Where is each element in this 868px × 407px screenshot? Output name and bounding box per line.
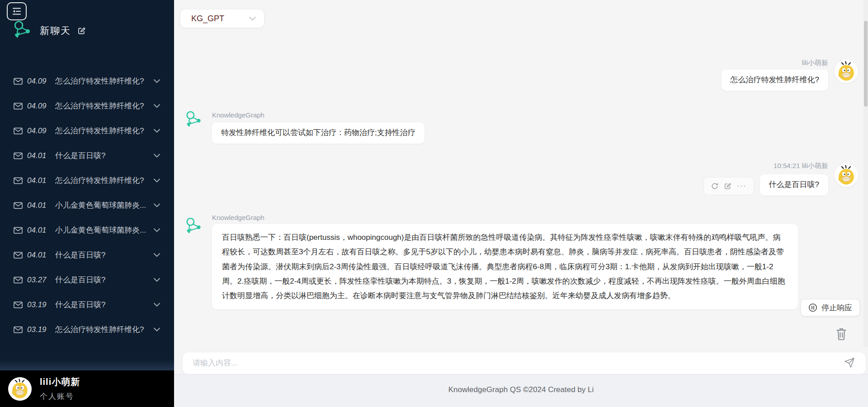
trash-icon — [835, 327, 848, 341]
message-actions-toolbar: ··· — [703, 177, 754, 195]
chevron-down-icon[interactable] — [153, 129, 160, 133]
chat-date: 04.09 — [27, 102, 51, 111]
chat-history-item[interactable]: 04.01 怎么治疗特发性肺纤维化? — [0, 168, 174, 193]
message-input[interactable] — [192, 352, 825, 374]
chat-title: 怎么治疗特发性肺纤维化? — [55, 175, 147, 186]
chat-title: 什么是百日咳? — [55, 150, 147, 161]
chat-history-item[interactable]: 04.09 怎么治疗特发性肺纤维化? — [0, 118, 174, 143]
sidebar-bottom-divider — [0, 359, 174, 370]
mail-icon — [14, 103, 23, 110]
user-panel[interactable]: lili小萌新 个人账号 — [0, 370, 174, 407]
chevron-down-icon[interactable] — [153, 104, 160, 108]
model-selector[interactable]: KG_GPT — [180, 9, 264, 28]
assistant-message-bubble: 百日咳熟悉一下：百日咳(pertussis，whoopingcough)是由百日… — [212, 224, 798, 309]
chevron-down-icon[interactable] — [153, 154, 160, 158]
new-chat-button[interactable]: 新聊天 — [12, 20, 86, 42]
chevron-down-icon[interactable] — [153, 79, 160, 83]
chat-date: 04.01 — [27, 176, 51, 185]
chat-title: 什么是百日咳? — [55, 275, 147, 285]
chat-main: KG_GPT lili小萌新 怎么治疗特发性肺纤维化? — [174, 0, 868, 407]
footer-text: KnowledgeGraph QS ©2024 Created by Li — [174, 385, 868, 394]
message-author: KnowledgeGraph — [212, 214, 264, 221]
clear-chat-button[interactable] — [834, 326, 849, 342]
new-chat-label: 新聊天 — [40, 24, 71, 37]
chat-date: 03.19 — [27, 300, 51, 309]
chat-scrollbar-thumb[interactable] — [864, 21, 868, 107]
chat-history-item[interactable]: 03.19 什么是百日咳? — [0, 292, 174, 317]
message-timestamp: 10:54:21 lili小萌新 — [774, 162, 828, 170]
chat-history-list: 04.09 怎么治疗特发性肺纤维化? 04.09 怎么治疗特发性肺纤维化? — [0, 69, 174, 342]
mail-icon — [14, 326, 23, 333]
app-root: 新聊天 04.09 怎么治疗特发性肺纤维化? — [0, 0, 868, 407]
chevron-down-icon[interactable] — [153, 303, 160, 307]
chat-date: 04.01 — [27, 226, 51, 235]
chevron-down-icon[interactable] — [153, 278, 160, 282]
chat-history-item[interactable]: 04.09 怎么治疗特发性肺纤维化? — [0, 94, 174, 118]
chevron-down-icon[interactable] — [153, 178, 160, 182]
chat-history-item[interactable]: 03.19 怎么治疗特发性肺纤维化? — [0, 317, 174, 342]
more-actions-icon[interactable]: ··· — [737, 182, 747, 190]
knowledgegraph-logo-icon — [184, 109, 204, 131]
mail-icon — [14, 202, 23, 209]
chat-date: 04.01 — [27, 251, 51, 260]
user-message-bubble: 什么是百日咳? — [760, 174, 828, 196]
chat-history-item[interactable]: 04.01 什么是百日咳? — [0, 243, 174, 267]
chevron-down-icon[interactable] — [153, 253, 160, 257]
chat-title: 怎么治疗特发性肺纤维化? — [55, 126, 147, 136]
edit-message-icon[interactable] — [724, 182, 732, 190]
knowledgegraph-logo-icon — [12, 20, 33, 42]
chat-title: 什么是百日咳? — [55, 250, 147, 260]
sidebar: 新聊天 04.09 怎么治疗特发性肺纤维化? — [0, 0, 174, 407]
stop-response-label: 停止响应 — [821, 303, 852, 313]
chat-title: 怎么治疗特发性肺纤维化? — [55, 76, 147, 86]
pause-circle-icon — [808, 303, 817, 312]
sidebar-collapse-button[interactable] — [7, 2, 27, 20]
chevron-down-icon[interactable] — [153, 327, 160, 332]
footer: KnowledgeGraph QS ©2024 Created by Li — [174, 374, 868, 407]
chat-date: 04.09 — [27, 126, 51, 136]
mail-icon — [14, 276, 23, 284]
send-button[interactable] — [843, 357, 856, 369]
chat-title: 小儿金黄色葡萄球菌肺炎... — [55, 200, 147, 211]
message-author: KnowledgeGraph — [212, 111, 264, 119]
knowledgegraph-logo-icon — [184, 216, 204, 238]
assistant-message-bubble: 特发性肺纤维化可以尝试如下治疗：药物治疗;支持性治疗 — [212, 122, 425, 144]
user-message-avatar — [835, 164, 858, 187]
chat-date: 03.19 — [27, 325, 51, 334]
user-message-avatar — [835, 60, 858, 83]
mail-icon — [14, 177, 23, 184]
send-icon — [844, 357, 855, 368]
user-account-type: 个人账号 — [40, 391, 80, 402]
chat-date: 04.09 — [27, 77, 51, 86]
chevron-down-icon — [249, 16, 256, 21]
edit-icon — [77, 26, 86, 35]
chat-history-item[interactable]: 04.01 什么是百日咳? — [0, 143, 174, 168]
chat-history-item[interactable]: 04.09 怎么治疗特发性肺纤维化? — [0, 69, 174, 94]
user-info: lili小萌新 个人账号 — [40, 376, 80, 402]
stop-response-button[interactable]: 停止响应 — [801, 299, 860, 316]
user-message-bubble: 怎么治疗特发性肺纤维化? — [722, 70, 828, 91]
mail-icon — [14, 152, 23, 159]
mail-icon — [14, 252, 23, 259]
mail-icon — [14, 301, 23, 309]
chat-date: 04.01 — [27, 151, 51, 160]
chevron-down-icon[interactable] — [153, 228, 160, 232]
chevron-down-icon[interactable] — [153, 203, 160, 207]
user-avatar — [8, 377, 32, 401]
chat-title: 小儿金黄色葡萄球菌肺炎... — [55, 225, 147, 235]
chat-history-item[interactable]: 04.01 小儿金黄色葡萄球菌肺炎... — [0, 193, 174, 218]
chat-date: 04.01 — [27, 201, 51, 210]
assistant-avatar — [184, 109, 204, 133]
composer — [183, 352, 866, 374]
mail-icon — [14, 227, 23, 234]
chat-history-item[interactable]: 04.01 小儿金黄色葡萄球菌肺炎... — [0, 218, 174, 243]
assistant-avatar — [184, 216, 204, 239]
user-name: lili小萌新 — [40, 376, 80, 388]
regenerate-icon[interactable] — [711, 182, 719, 190]
message-author: lili小萌新 — [802, 59, 828, 67]
chat-history-item[interactable]: 03.27 什么是百日咳? — [0, 267, 174, 292]
menu-fold-icon — [11, 6, 22, 16]
chat-title: 怎么治疗特发性肺纤维化? — [55, 101, 147, 111]
chat-scrollbar[interactable] — [863, 0, 868, 347]
model-selector-value: KG_GPT — [191, 14, 249, 23]
